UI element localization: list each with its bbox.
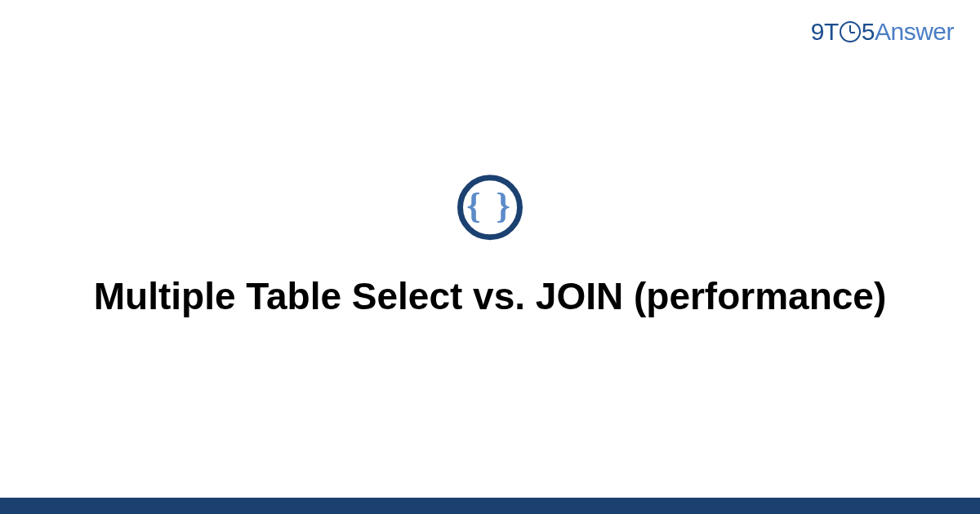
logo-text-answer: Answer <box>875 18 954 46</box>
braces-glyph: { } <box>466 188 514 224</box>
logo-text-9t: 9T <box>811 18 839 46</box>
logo-text-5: 5 <box>862 18 875 46</box>
main-content: { } Multiple Table Select vs. JOIN (perf… <box>0 175 980 321</box>
site-logo: 9T 5 Answer <box>811 18 954 46</box>
code-braces-icon: { } <box>457 175 523 240</box>
page-title: Multiple Table Select vs. JOIN (performa… <box>0 273 980 321</box>
footer-bar <box>0 498 980 514</box>
clock-icon <box>840 21 861 42</box>
